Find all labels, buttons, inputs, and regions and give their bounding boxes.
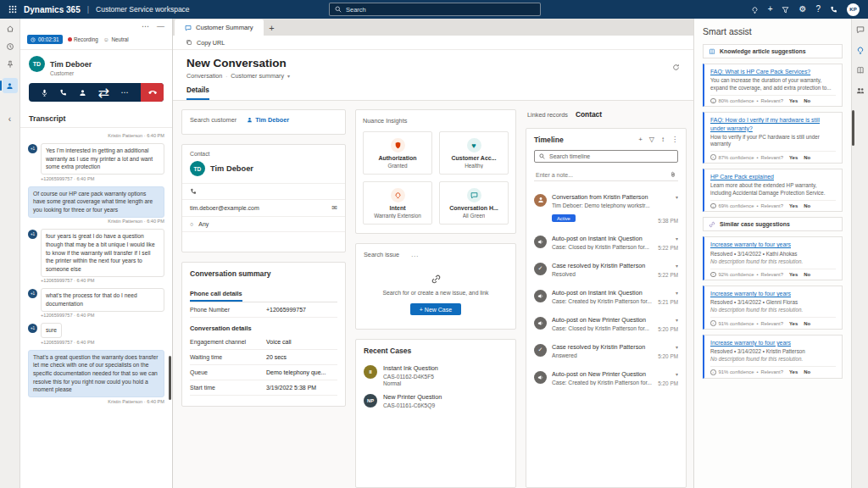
chevron-down-icon[interactable]: ▾ <box>676 318 678 323</box>
active-session-tab[interactable] <box>3 78 18 93</box>
app-title[interactable]: Dynamics 365 <box>24 5 81 14</box>
contact-email[interactable]: tim.deboer@example.com <box>190 205 259 211</box>
relevant-yes-button[interactable]: Yes <box>789 321 798 326</box>
timeline-entry[interactable]: Auto-post on New Printer Question Case: … <box>534 310 678 337</box>
app-launcher-icon[interactable] <box>8 5 17 14</box>
case-link[interactable]: Increase warranty to four years <box>710 339 836 347</box>
breadcrumb[interactable]: Conversation · Customer summary ▾ <box>186 72 680 80</box>
panel-scrollbar[interactable] <box>852 110 854 146</box>
tab-phone-call-details[interactable]: Phone call details <box>190 284 337 302</box>
relevant-yes-button[interactable]: Yes <box>789 98 798 103</box>
article-link[interactable]: FAQ: What is HP Care Pack Services? <box>710 68 836 75</box>
new-case-button[interactable]: + New Case <box>410 303 461 315</box>
phone-icon[interactable] <box>830 6 837 14</box>
relevant-no-button[interactable]: No <box>804 272 810 277</box>
transfer-call-icon[interactable]: ⇄ <box>97 85 108 101</box>
timeline-entry[interactable]: Auto-post on Instant Ink Question Case: … <box>534 283 678 310</box>
article-link[interactable]: FAQ: How do I verify if my hardware is s… <box>710 116 836 132</box>
transcript-scrollbar[interactable] <box>169 356 171 400</box>
relevant-yes-button[interactable]: Yes <box>789 272 798 277</box>
recent-history-icon[interactable] <box>6 42 14 51</box>
caller-avatar: +1 <box>28 289 37 298</box>
relevant-no-button[interactable]: No <box>804 369 810 374</box>
settings-gear-icon[interactable]: ⚙ <box>798 5 806 14</box>
intent-tile[interactable]: Intent Warranty Extension <box>363 181 432 225</box>
help-icon[interactable]: ? <box>815 5 821 14</box>
case-list-item[interactable]: NP New Printer Question CAS-01161-C6K5Q9 <box>364 390 508 412</box>
mute-mic-icon[interactable] <box>41 89 48 97</box>
timeline-entry[interactable]: ✓ Case resolved by Kristin Patterson Ans… <box>534 337 678 364</box>
timeline-entry[interactable]: Auto-post on New Printer Question Case: … <box>534 364 678 391</box>
recording-indicator[interactable]: Recording <box>68 36 98 42</box>
copy-url-button[interactable]: Copy URL <box>197 39 225 47</box>
user-avatar[interactable]: KP <box>847 3 860 16</box>
article-link[interactable]: HP Care Pack explained <box>710 173 836 180</box>
more-call-options-icon[interactable]: ⋯ <box>120 88 129 97</box>
chevron-down-icon[interactable]: ▾ <box>676 236 678 241</box>
relevant-no-button[interactable]: No <box>804 203 810 208</box>
timeline-entry[interactable]: ✓ Case resolved by Kristin Patterson Res… <box>534 256 678 283</box>
case-title[interactable]: New Printer Question <box>383 393 442 401</box>
case-link[interactable]: Increase warranty to four years <box>710 290 836 297</box>
consult-person-icon[interactable] <box>79 89 86 97</box>
pinned-icon[interactable] <box>6 60 14 69</box>
timeline-entry[interactable]: Auto-post on Instant Ink Question Case: … <box>534 229 678 256</box>
panel-more-options-icon[interactable]: ⋯ <box>142 23 149 30</box>
contact-any-row[interactable]: ○ Any <box>182 216 345 231</box>
timeline-search-input[interactable]: Search timeline <box>534 150 678 163</box>
global-search-input[interactable]: Search <box>329 3 541 16</box>
customer-account-tile[interactable]: ♥ Customer Acc... Healthy <box>439 131 509 175</box>
feedback-chat-icon[interactable] <box>856 25 865 34</box>
relevant-no-button[interactable]: No <box>804 155 810 160</box>
case-title[interactable]: Instant Ink Question <box>383 364 438 372</box>
timeline-list[interactable]: Conversation from Kristin Patterson Tim … <box>534 187 678 480</box>
timeline-add-icon[interactable]: + <box>638 136 643 143</box>
contact-phone-row[interactable] <box>182 183 345 199</box>
add-icon[interactable]: + <box>768 5 773 14</box>
relevant-yes-button[interactable]: Yes <box>789 203 798 208</box>
more-options-icon[interactable]: ... <box>411 251 419 258</box>
customer-name[interactable]: Tim Deboer <box>50 60 92 69</box>
case-link[interactable]: Increase warranty to four years <box>710 241 836 248</box>
chevron-down-icon[interactable]: ▾ <box>676 291 678 296</box>
agent-scripts-icon[interactable] <box>856 86 865 95</box>
note-input[interactable]: Enter a note... <box>534 169 678 181</box>
contact-email-row[interactable]: tim.deboer@example.com ✉ <box>182 199 345 216</box>
case-list-item[interactable]: II Instant Ink Question CAS-01162-D4K5F5… <box>364 361 508 390</box>
chevron-down-icon[interactable]: ▾ <box>676 372 678 377</box>
suggestions-bulb-icon[interactable] <box>751 6 759 14</box>
chevron-down-icon[interactable]: ▾ <box>676 195 678 200</box>
panel-minimize-icon[interactable]: — <box>157 23 164 30</box>
conversation-health-tile[interactable]: Conversation H... All Green <box>439 181 509 225</box>
chevron-down-icon[interactable]: ▾ <box>676 345 678 350</box>
relevant-yes-button[interactable]: Yes <box>789 155 798 160</box>
relevant-no-button[interactable]: No <box>804 98 810 103</box>
home-icon[interactable] <box>6 25 14 33</box>
smart-assist-bulb-icon[interactable] <box>856 46 865 54</box>
customer-chip[interactable]: Tim Deboer <box>247 116 289 124</box>
end-call-button[interactable] <box>141 83 164 102</box>
chevron-down-icon[interactable]: ▾ <box>676 263 678 269</box>
relevant-no-button[interactable]: No <box>804 321 810 326</box>
workspace-title[interactable]: Customer Service workspace <box>96 5 190 14</box>
new-tab-button[interactable]: + <box>264 19 281 36</box>
contact-name[interactable]: Tim Deboer <box>210 164 253 173</box>
filter-icon[interactable] <box>782 6 789 14</box>
relevant-yes-button[interactable]: Yes <box>789 369 798 374</box>
app-side-rail: ‹ <box>0 19 20 488</box>
tab-customer-summary[interactable]: Customer Summary <box>175 19 264 36</box>
timeline-more-icon[interactable]: ⋮ <box>671 136 678 143</box>
tab-details[interactable]: Details <box>186 86 209 100</box>
authorization-tile[interactable]: Authorization Granted <box>363 131 432 175</box>
timeline-entry[interactable]: Conversation from Kristin Patterson Tim … <box>534 187 678 229</box>
refresh-icon[interactable] <box>672 64 680 71</box>
transcript-list[interactable]: Kristin Patterson · 6:40 PM +1 Yes I'm i… <box>20 128 172 488</box>
paperclip-icon[interactable] <box>670 171 676 178</box>
timeline-filter-icon[interactable]: ▽ <box>649 136 654 143</box>
collapse-rail-icon[interactable]: ‹ <box>8 114 11 124</box>
knowledge-search-icon[interactable] <box>856 66 865 75</box>
envelope-icon[interactable]: ✉ <box>331 204 337 212</box>
linked-records-value[interactable]: Contact <box>576 110 602 119</box>
timeline-sort-icon[interactable]: ↕ <box>661 136 665 143</box>
hold-call-icon[interactable] <box>59 89 67 97</box>
